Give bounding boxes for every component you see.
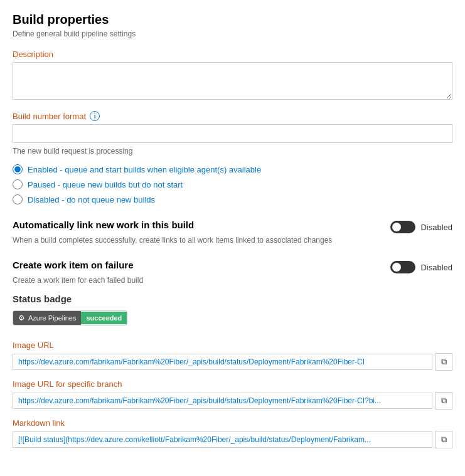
auto-link-slider: [390, 221, 415, 233]
image-url-branch-copy-button[interactable]: ⧉: [435, 392, 452, 410]
page-title: Build properties: [13, 13, 452, 27]
markdown-link-label: Markdown link: [13, 418, 452, 428]
status-badge-section: Status badge ⚙ Azure Pipelines succeeded: [13, 294, 452, 334]
image-url-copy-button[interactable]: ⧉: [435, 353, 452, 371]
description-label: Description: [13, 50, 452, 59]
build-status-radio-group: Enabled - queue and start builds when el…: [13, 164, 452, 204]
create-work-item-left: Create work item on failure: [13, 260, 390, 270]
radio-disabled[interactable]: [13, 194, 23, 204]
processing-text: The new build request is processing: [13, 147, 452, 156]
image-url-input[interactable]: [13, 354, 432, 370]
auto-link-row: Automatically link new work in this buil…: [13, 213, 452, 233]
image-url-branch-label: Image URL for specific branch: [13, 379, 452, 389]
radio-paused-label[interactable]: Paused - queue new builds but do not sta…: [28, 180, 183, 189]
radio-paused[interactable]: [13, 179, 23, 189]
auto-link-title: Automatically link new work in this buil…: [13, 219, 390, 230]
page-subtitle: Define general build pipeline settings: [13, 29, 452, 38]
image-url-branch-section: Image URL for specific branch ⧉: [13, 379, 452, 410]
image-url-branch-input[interactable]: [13, 393, 432, 409]
create-work-item-subtitle: Create a work item for each failed build: [13, 276, 452, 285]
radio-enabled-label[interactable]: Enabled - queue and start builds when el…: [28, 165, 261, 174]
auto-link-subtitle: When a build completes successfully, cre…: [13, 236, 452, 245]
radio-enabled[interactable]: [13, 164, 23, 174]
image-url-branch-row: ⧉: [13, 392, 452, 410]
copy-icon: ⧉: [441, 357, 447, 367]
create-work-item-toggle[interactable]: [390, 261, 415, 273]
radio-item-paused[interactable]: Paused - queue new builds but do not sta…: [13, 179, 452, 189]
radio-item-enabled[interactable]: Enabled - queue and start builds when el…: [13, 164, 452, 174]
build-number-format-label: Build number format i: [13, 111, 452, 121]
create-work-item-title: Create work item on failure: [13, 260, 390, 270]
markdown-link-copy-button[interactable]: ⧉: [435, 431, 452, 448]
status-badge-title: Status badge: [13, 294, 452, 304]
auto-link-left: Automatically link new work in this buil…: [13, 219, 390, 230]
build-number-format-info-icon[interactable]: i: [90, 111, 100, 121]
create-work-item-slider: [390, 261, 415, 273]
auto-link-toggle-area: Disabled: [390, 221, 452, 233]
markdown-link-input[interactable]: [13, 431, 432, 448]
image-url-section: Image URL ⧉: [13, 341, 452, 371]
build-number-format-input[interactable]: [13, 124, 452, 143]
image-url-row: ⧉: [13, 353, 452, 371]
create-work-item-toggle-label: Disabled: [420, 263, 452, 272]
badge-right: succeeded: [81, 312, 127, 324]
badge-left: ⚙ Azure Pipelines: [13, 311, 81, 325]
auto-link-toggle-label: Disabled: [420, 223, 452, 232]
auto-link-toggle[interactable]: [390, 221, 415, 233]
radio-disabled-label[interactable]: Disabled - do not queue new builds: [28, 195, 155, 204]
description-input[interactable]: [13, 62, 452, 100]
create-work-item-row: Create work item on failure Disabled: [13, 253, 452, 273]
radio-item-disabled[interactable]: Disabled - do not queue new builds: [13, 194, 452, 204]
pipelines-icon: ⚙: [18, 314, 25, 322]
badge-preview: ⚙ Azure Pipelines succeeded: [13, 310, 127, 325]
copy-icon-3: ⧉: [441, 435, 447, 445]
create-work-item-toggle-area: Disabled: [390, 261, 452, 273]
image-url-label: Image URL: [13, 341, 452, 350]
copy-icon-2: ⧉: [441, 396, 447, 406]
markdown-link-row: ⧉: [13, 431, 452, 448]
markdown-link-section: Markdown link ⧉: [13, 418, 452, 448]
